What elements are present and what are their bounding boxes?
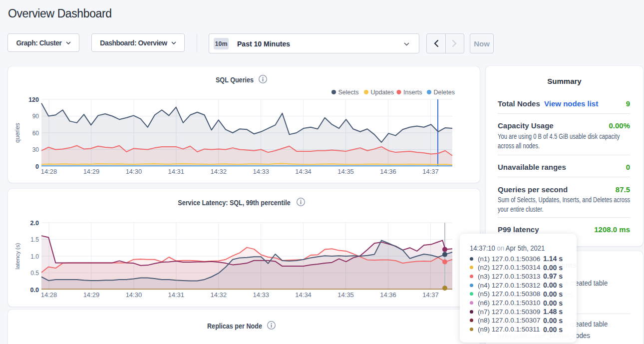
svg-text:14:35: 14:35 (337, 291, 354, 299)
svg-text:14:34: 14:34 (295, 168, 312, 175)
svg-text:14:29: 14:29 (83, 291, 100, 299)
svg-text:14:32: 14:32 (211, 168, 227, 175)
svg-text:14:37: 14:37 (422, 291, 439, 299)
svg-text:14:36: 14:36 (380, 291, 396, 299)
svg-text:Selects: Selects (338, 89, 359, 96)
svg-text:14:37: 14:37 (422, 168, 439, 175)
svg-text:Deletes: Deletes (434, 89, 455, 96)
svg-text:0.5: 0.5 (30, 270, 39, 277)
svg-text:14:30: 14:30 (126, 291, 142, 299)
svg-text:Updates: Updates (371, 89, 394, 96)
svg-text:120: 120 (28, 96, 39, 103)
svg-text:14:36: 14:36 (380, 168, 396, 175)
svg-text:1.5: 1.5 (30, 236, 39, 243)
svg-text:14:33: 14:33 (253, 168, 269, 175)
svg-text:14:30: 14:30 (126, 168, 142, 175)
svg-text:30: 30 (32, 146, 39, 153)
svg-text:14:28: 14:28 (41, 168, 57, 175)
svg-text:14:32: 14:32 (211, 291, 227, 299)
svg-text:90: 90 (32, 113, 39, 120)
svg-text:14:31: 14:31 (168, 168, 185, 175)
svg-text:14:28: 14:28 (41, 291, 57, 299)
svg-text:1.0: 1.0 (30, 253, 39, 260)
svg-text:14:35: 14:35 (337, 168, 354, 175)
svg-text:Inserts: Inserts (403, 89, 422, 96)
svg-text:14:31: 14:31 (168, 291, 185, 299)
svg-text:14:33: 14:33 (253, 291, 269, 299)
svg-text:latency (s): latency (s) (14, 243, 20, 269)
svg-text:0.0: 0.0 (30, 287, 39, 294)
svg-text:14:34: 14:34 (295, 291, 312, 299)
svg-text:queries: queries (14, 123, 21, 142)
svg-text:0: 0 (35, 163, 39, 170)
svg-text:60: 60 (32, 130, 39, 137)
svg-text:14:29: 14:29 (83, 168, 100, 175)
svg-text:2.0: 2.0 (30, 220, 39, 227)
